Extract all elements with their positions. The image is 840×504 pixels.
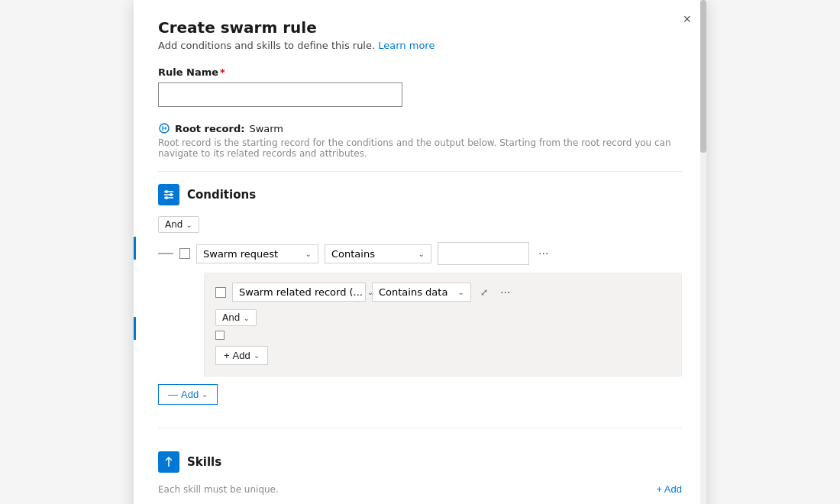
root-record-section: Root record: Swarm Root record is the st… bbox=[158, 122, 682, 159]
scrollbar-thumb[interactable] bbox=[700, 0, 706, 153]
dialog-subtitle: Add conditions and skills to define this… bbox=[158, 40, 682, 51]
skills-section-header: Skills bbox=[158, 451, 682, 473]
condition-dash bbox=[158, 253, 173, 254]
condition-checkbox[interactable] bbox=[179, 248, 190, 259]
nested-and-dropdown[interactable]: And ⌄ bbox=[215, 309, 257, 326]
skills-section: Skills Each skill must be unique. + Add bbox=[158, 451, 682, 495]
and-dropdown[interactable]: And ⌄ bbox=[158, 216, 199, 233]
conditions-section-header: Conditions bbox=[158, 184, 682, 205]
condition-ellipsis-button[interactable]: ··· bbox=[535, 245, 551, 262]
dialog-overlay: × Create swarm rule Add conditions and s… bbox=[0, 0, 840, 504]
condition-value-input[interactable] bbox=[438, 242, 529, 265]
and-chevron-icon: ⌄ bbox=[186, 221, 192, 229]
nested-field-dropdown[interactable]: Swarm related record (... ⌄ bbox=[232, 283, 366, 302]
inner-checkbox-row bbox=[215, 331, 670, 340]
skills-description: Each skill must be unique. bbox=[158, 484, 279, 495]
nested-and-chevron-icon: ⌄ bbox=[243, 314, 249, 322]
nested-expand-button[interactable]: ⤢ bbox=[477, 286, 491, 299]
close-button[interactable]: × bbox=[678, 11, 696, 27]
add-chevron-icon: ⌄ bbox=[202, 390, 208, 399]
root-record-icon bbox=[158, 122, 170, 134]
scrollbar-track bbox=[700, 0, 706, 504]
nested-checkbox[interactable] bbox=[215, 287, 226, 298]
condition-field-dropdown[interactable]: Swarm request ⌄ bbox=[196, 244, 318, 263]
skills-title: Skills bbox=[187, 455, 221, 469]
nested-condition-block: Swarm related record (... ⌄ Contains dat… bbox=[204, 273, 682, 376]
svg-point-1 bbox=[165, 190, 168, 193]
learn-more-link[interactable]: Learn more bbox=[378, 40, 435, 51]
skills-icon-box bbox=[158, 451, 179, 473]
rule-name-label: Rule Name* bbox=[158, 66, 682, 78]
add-condition-row: — Add ⌄ bbox=[158, 384, 682, 405]
rule-name-input[interactable] bbox=[158, 82, 402, 107]
create-swarm-rule-dialog: × Create swarm rule Add conditions and s… bbox=[134, 0, 706, 504]
conditions-icon-box bbox=[158, 184, 179, 205]
nested-operator-dropdown[interactable]: Contains data ⌄ bbox=[372, 283, 471, 302]
dialog-title: Create swarm rule bbox=[158, 18, 682, 37]
nested-ellipsis-button[interactable]: ··· bbox=[497, 284, 513, 301]
svg-point-2 bbox=[170, 193, 173, 196]
add-dash-icon: — bbox=[168, 389, 178, 400]
root-record-label: Root record: bbox=[175, 123, 244, 134]
condition-row: Swarm request ⌄ Contains ⌄ ··· bbox=[158, 242, 682, 265]
svg-point-3 bbox=[165, 196, 168, 199]
divider-1 bbox=[158, 171, 682, 172]
root-record-description: Root record is the starting record for t… bbox=[158, 137, 682, 159]
skills-add-button[interactable]: + Add bbox=[656, 483, 682, 495]
nested-add-chevron-icon: ⌄ bbox=[254, 351, 260, 360]
nested-and-row: And ⌄ bbox=[215, 309, 670, 326]
nested-add-plus-icon: + bbox=[224, 350, 230, 361]
required-indicator: * bbox=[220, 66, 225, 78]
add-condition-button[interactable]: — Add ⌄ bbox=[158, 384, 218, 405]
field-chevron-icon: ⌄ bbox=[305, 250, 312, 258]
nested-operator-chevron-icon: ⌄ bbox=[458, 288, 464, 296]
operator-chevron-icon: ⌄ bbox=[418, 250, 425, 258]
condition-operator-dropdown[interactable]: Contains ⌄ bbox=[325, 244, 431, 263]
nested-add-row: + Add ⌄ bbox=[215, 346, 670, 365]
conditions-title: Conditions bbox=[187, 188, 256, 202]
nested-add-button[interactable]: + Add ⌄ bbox=[215, 346, 268, 365]
inner-small-checkbox[interactable] bbox=[215, 331, 225, 340]
root-record-name: Swarm bbox=[249, 123, 283, 134]
condition-blue-bar bbox=[134, 237, 136, 260]
add-blue-bar bbox=[134, 317, 136, 340]
skills-footer: Each skill must be unique. + Add bbox=[158, 483, 682, 495]
nested-condition-row: Swarm related record (... ⌄ Contains dat… bbox=[215, 283, 670, 302]
divider-2 bbox=[158, 428, 682, 428]
